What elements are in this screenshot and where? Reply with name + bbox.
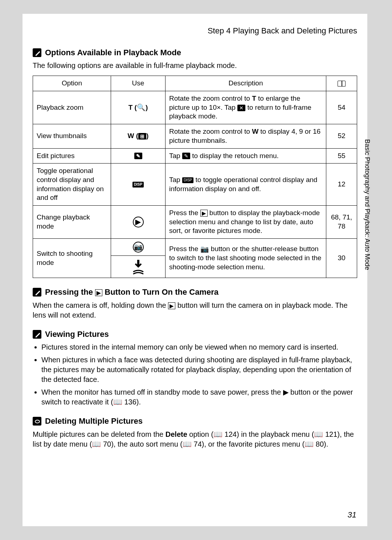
option-cell: Edit pictures — [33, 148, 111, 164]
desc-text: Rotate the zoom control to — [169, 128, 252, 135]
section-heading-viewing: Viewing Pictures — [33, 329, 357, 340]
playback-outline-icon: ▶ — [95, 289, 102, 296]
magnify-icon: 🔍 — [137, 104, 146, 111]
section-heading-options-text: Options Available in Playback Mode — [45, 47, 181, 58]
use-cell: ▶ — [111, 205, 166, 238]
heading-text: Deleting Multiple Pictures — [45, 416, 143, 427]
table-row: Change playback mode ▶ Press the ▶ butto… — [33, 205, 357, 238]
option-cell: Change playback mode — [33, 205, 111, 238]
desc-cell: Press the ▶ button to display the playba… — [166, 205, 326, 238]
section-heading-options: Options Available in Playback Mode — [33, 47, 357, 58]
table-row: Edit pictures ✎ Tap ✎ to display the ret… — [33, 148, 357, 164]
playback-outline-icon: ▶ — [200, 210, 208, 217]
use-cell: T (🔍) — [111, 91, 166, 124]
desc-cell: Rotate the zoom control to T to enlarge … — [166, 91, 326, 124]
option-cell: Toggle operational control display and i… — [33, 164, 111, 206]
section-deleting-body: Multiple pictures can be deleted from th… — [33, 430, 357, 449]
sidebar-chapter-label: Basic Photography and Playback: Auto Mod… — [363, 139, 371, 270]
desc-cell: Press the 📷 button or the shutter-releas… — [166, 239, 326, 278]
desc-cell: Tap ✎ to display the retouch menu. — [166, 148, 326, 164]
disp-icon: DISP — [132, 182, 144, 188]
page-ref-cell: 30 — [326, 239, 357, 278]
camera-button-icon: 📷 — [133, 242, 144, 253]
desc-bold: W — [252, 128, 258, 135]
desc-text: Tap — [169, 152, 182, 160]
th-option: Option — [33, 76, 111, 91]
desc-text: to display the retouch menu. — [190, 152, 279, 160]
list-item: Pictures stored in the internal memory c… — [41, 342, 357, 352]
viewing-bullets: Pictures stored in the internal memory c… — [33, 342, 357, 407]
use-cell: ✎ — [111, 148, 166, 164]
desc-text: Rotate the zoom control to — [169, 94, 252, 102]
note-pencil-icon — [33, 288, 41, 297]
retouch-icon: ✎ — [182, 153, 190, 159]
desc-text: Press the — [169, 209, 200, 217]
use-cell: W (⊞) — [111, 124, 166, 148]
list-item: When pictures in which a face was detect… — [41, 355, 357, 384]
page-ref-cell: 52 — [326, 124, 357, 148]
book-ref-icon — [338, 81, 346, 86]
desc-cell: Tap DISP to toggle operational control d… — [166, 164, 326, 206]
desc-text: Press the — [169, 245, 200, 253]
table-row: Switch to shooting mode 📷 Press the 📷 bu… — [33, 239, 357, 256]
page-ref-cell: 12 — [326, 164, 357, 206]
page-step-header: Step 4 Playing Back and Deleting Picture… — [33, 25, 357, 36]
body-text: When the camera is off, holding down the — [33, 301, 168, 309]
page-ref-cell: 55 — [326, 148, 357, 164]
use-cell: DISP — [111, 164, 166, 206]
option-cell: Playback zoom — [33, 91, 111, 124]
x-close-icon: ✕ — [237, 105, 245, 111]
table-row: Playback zoom T (🔍) Rotate the zoom cont… — [33, 91, 357, 124]
list-item: When the monitor has turned off in stand… — [41, 387, 357, 407]
disp-icon: DISP — [182, 177, 193, 183]
body-bold: Delete — [166, 430, 187, 438]
table-row: View thumbnails W (⊞) Rotate the zoom co… — [33, 124, 357, 148]
playback-outline-icon: ▶ — [168, 302, 175, 309]
playback-button-icon: ▶ — [133, 217, 144, 227]
note-pencil-icon — [33, 330, 41, 339]
shutter-release-icon — [132, 259, 145, 275]
option-cell: Switch to shooting mode — [33, 239, 111, 278]
thumbnails-icon: ⊞ — [138, 133, 146, 140]
heading-text: Button to Turn On the Camera — [102, 287, 219, 297]
option-cell: View thumbnails — [33, 124, 111, 148]
desc-cell: Rotate the zoom control to W to display … — [166, 124, 326, 148]
th-page-ref — [326, 76, 357, 91]
note-pencil-icon — [33, 48, 41, 57]
use-cell: 📷 — [111, 239, 166, 256]
body-text: Multiple pictures can be deleted from th… — [33, 430, 166, 438]
section-pressing-body: When the camera is off, holding down the… — [33, 301, 357, 320]
page-ref-cell: 68, 71, 78 — [326, 205, 357, 238]
playback-options-table: Option Use Description Playback zoom T (… — [33, 76, 357, 278]
use-cell — [111, 256, 166, 278]
page-number: 31 — [348, 510, 356, 520]
section-heading-pressing: Pressing the ▶ Button to Turn On the Cam… — [33, 287, 357, 298]
heading-text: Viewing Pictures — [45, 329, 109, 340]
section-options-intro: The following options are available in f… — [33, 61, 357, 70]
heading-text: Pressing the — [45, 287, 95, 297]
th-description: Description — [166, 76, 326, 91]
retouch-icon: ✎ — [134, 153, 142, 159]
camera-icon: 📷 — [200, 245, 209, 253]
note-eye-icon — [33, 417, 41, 426]
table-row: Toggle operational control display and i… — [33, 164, 357, 206]
desc-bold: T — [252, 94, 256, 102]
page-ref-cell: 54 — [326, 91, 357, 124]
section-heading-deleting: Deleting Multiple Pictures — [33, 416, 357, 427]
th-use: Use — [111, 76, 166, 91]
desc-text: Tap — [169, 176, 182, 184]
